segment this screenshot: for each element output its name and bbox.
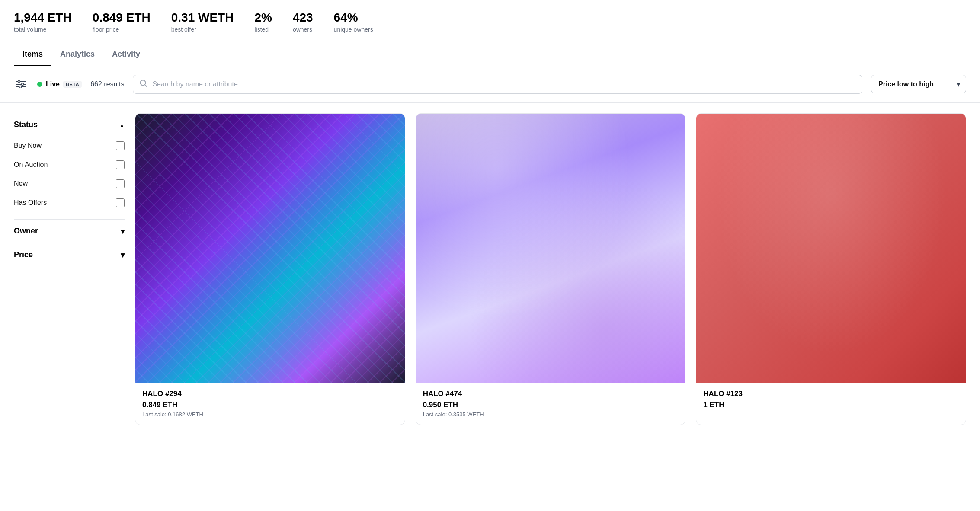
beta-badge: BETA <box>63 81 82 88</box>
search-wrapper <box>133 75 862 94</box>
stat-owners-label: owners <box>293 26 313 33</box>
stat-unique-owners-value: 64% <box>334 10 373 25</box>
toolbar: Live BETA 662 results Price low to high … <box>0 66 980 103</box>
filter-section-owner: Owner <box>14 220 125 243</box>
stat-floor-price: 0.849 ETH floor price <box>93 10 151 33</box>
tab-items[interactable]: Items <box>14 42 51 66</box>
nft-card-1-name: HALO #474 <box>423 390 679 398</box>
nft-card-2-price: 1 ETH <box>703 401 959 409</box>
stat-best-offer-label: best offer <box>171 26 234 33</box>
nft-card-0-image <box>135 114 405 383</box>
price-filter-header[interactable]: Price <box>14 250 125 260</box>
svg-point-4 <box>22 83 24 85</box>
nft-card-0-info: HALO #294 0.849 ETH Last sale: 0.1682 WE… <box>135 383 405 425</box>
tabs-bar: Items Analytics Activity <box>0 42 980 66</box>
filter-icon <box>16 80 26 88</box>
nft-card-1[interactable]: HALO #474 0.950 ETH Last sale: 0.3535 WE… <box>416 113 686 425</box>
filter-buy-now[interactable]: Buy Now <box>14 136 125 155</box>
filter-section-price: Price <box>14 243 125 267</box>
stat-listed: 2% listed <box>254 10 272 33</box>
filter-new[interactable]: New <box>14 174 125 193</box>
filter-new-checkbox[interactable] <box>116 179 125 188</box>
nft-card-0-name: HALO #294 <box>142 390 398 398</box>
live-label: Live <box>46 80 60 88</box>
svg-line-7 <box>145 85 147 87</box>
filter-has-offers-checkbox[interactable] <box>116 198 125 207</box>
stats-bar: 1,944 ETH total volume 0.849 ETH floor p… <box>0 0 980 42</box>
stat-owners-value: 423 <box>293 10 313 25</box>
nft-card-2-name: HALO #123 <box>703 390 959 398</box>
price-chevron-icon <box>121 250 125 260</box>
tab-analytics[interactable]: Analytics <box>51 42 103 66</box>
price-filter-label: Price <box>14 250 33 259</box>
stat-total-volume: 1,944 ETH total volume <box>14 10 72 33</box>
status-filter-header[interactable]: Status <box>14 113 125 136</box>
nft-card-1-last-sale: Last sale: 0.3535 WETH <box>423 411 679 418</box>
live-badge: Live BETA <box>37 80 82 88</box>
owner-filter-header[interactable]: Owner <box>14 227 125 236</box>
filter-on-auction-label: On Auction <box>14 161 48 169</box>
nft-card-2[interactable]: HALO #123 1 ETH <box>696 113 966 425</box>
main-layout: Status Buy Now On Auction New Has Offers <box>0 103 980 436</box>
nft-card-0-price: 0.849 ETH <box>142 401 398 409</box>
filter-has-offers[interactable]: Has Offers <box>14 193 125 212</box>
status-chevron-icon <box>119 120 125 129</box>
filter-toggle-button[interactable] <box>14 78 29 91</box>
stat-best-offer: 0.31 WETH best offer <box>171 10 234 33</box>
stat-floor-price-value: 0.849 ETH <box>93 10 151 25</box>
owner-filter-label: Owner <box>14 227 38 236</box>
sort-select-wrapper: Price low to high Price high to low Rece… <box>871 75 966 93</box>
nft-card-2-image <box>696 114 966 383</box>
sort-select[interactable]: Price low to high Price high to low Rece… <box>871 75 966 93</box>
results-count: 662 results <box>90 80 124 88</box>
nft-card-1-image <box>416 114 685 383</box>
stat-listed-value: 2% <box>254 10 272 25</box>
nft-card-0-last-sale: Last sale: 0.1682 WETH <box>142 411 398 418</box>
search-input[interactable] <box>133 75 862 94</box>
search-icon <box>140 80 147 89</box>
filter-section-status: Status Buy Now On Auction New Has Offers <box>14 113 125 220</box>
stat-listed-label: listed <box>254 26 272 33</box>
stat-best-offer-value: 0.31 WETH <box>171 10 234 25</box>
svg-point-3 <box>18 80 20 83</box>
filter-buy-now-checkbox[interactable] <box>116 141 125 150</box>
filter-on-auction-checkbox[interactable] <box>116 160 125 169</box>
nft-card-2-info: HALO #123 1 ETH <box>696 383 966 418</box>
filter-on-auction[interactable]: On Auction <box>14 155 125 174</box>
stat-owners: 423 owners <box>293 10 313 33</box>
stat-total-volume-value: 1,944 ETH <box>14 10 72 25</box>
stat-unique-owners-label: unique owners <box>334 26 373 33</box>
nft-card-0[interactable]: HALO #294 0.849 ETH Last sale: 0.1682 WE… <box>135 113 405 425</box>
nft-card-1-price: 0.950 ETH <box>423 401 679 409</box>
nft-card-1-info: HALO #474 0.950 ETH Last sale: 0.3535 WE… <box>416 383 685 425</box>
stat-unique-owners: 64% unique owners <box>334 10 373 33</box>
status-filter-label: Status <box>14 120 38 129</box>
filter-has-offers-label: Has Offers <box>14 199 47 207</box>
filter-buy-now-label: Buy Now <box>14 142 42 150</box>
owner-chevron-icon <box>121 227 125 236</box>
nft-grid: HALO #294 0.849 ETH Last sale: 0.1682 WE… <box>135 103 966 436</box>
stat-floor-price-label: floor price <box>93 26 151 33</box>
stat-total-volume-label: total volume <box>14 26 72 33</box>
live-dot <box>37 82 42 87</box>
tab-activity[interactable]: Activity <box>103 42 149 66</box>
sidebar-filters: Status Buy Now On Auction New Has Offers <box>14 103 135 436</box>
filter-new-label: New <box>14 180 28 188</box>
svg-point-5 <box>19 86 22 88</box>
